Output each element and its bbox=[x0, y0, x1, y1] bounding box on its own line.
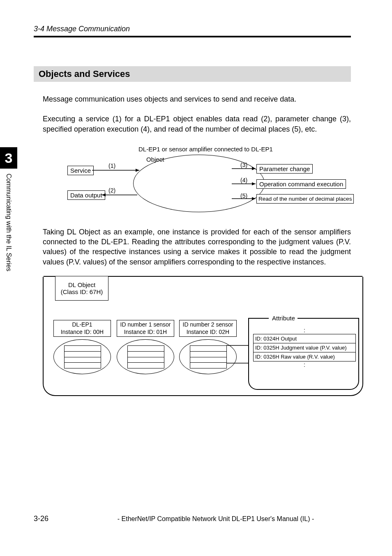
operation-command-box: Operation command execution bbox=[256, 179, 346, 189]
running-header: 3-4 Message Communication bbox=[34, 25, 359, 33]
attribute-list: : ID: 0324H Output ID: 0325H Judgment va… bbox=[253, 327, 356, 369]
instance-00h-name: DL-EP1 bbox=[54, 321, 111, 329]
read-decimal-box: Read of the number of decimal places bbox=[256, 194, 354, 204]
diagram-dl-object: DL Object (Class ID: 67H) DL-EP1 Instanc… bbox=[43, 277, 363, 396]
attr-row-raw: ID: 0326H Raw value (R.V. value) bbox=[253, 352, 356, 361]
class-border-left bbox=[44, 276, 55, 277]
parameter-change-box: Parameter change bbox=[256, 164, 313, 174]
instance-01h-id: Instance ID: 01H bbox=[117, 329, 174, 336]
instance-01h-name: ID number 1 sensor bbox=[117, 321, 174, 329]
instance-02h-name: ID number 2 sensor bbox=[180, 321, 236, 329]
attribute-dots-top: : bbox=[253, 327, 356, 334]
diagram1-caption: DL-EP1 or sensor amplifier connected to … bbox=[138, 146, 273, 153]
instance-00h-id: Instance ID: 00H bbox=[54, 329, 111, 336]
page: 3-4 Message Communication 3 Communicatin… bbox=[0, 0, 392, 556]
attribute-title: Attribute bbox=[270, 315, 297, 322]
marker-3: (3) bbox=[240, 162, 247, 168]
chapter-title-vertical: Communicating with the IL Series bbox=[0, 169, 12, 271]
subsection-heading: Objects and Services bbox=[34, 66, 351, 82]
paragraph-1: Message communication uses objects and s… bbox=[43, 94, 351, 104]
data-output-box: Data output bbox=[67, 190, 105, 200]
attr-row-judgment: ID: 0325H Judgment value (P.V. value) bbox=[253, 343, 356, 352]
class-name: DL Object bbox=[55, 281, 108, 288]
paragraph-3: Taking DL Object as an example, one inst… bbox=[43, 227, 351, 267]
instance-00h-title: DL-EP1 Instance ID: 00H bbox=[53, 320, 111, 337]
marker-5: (5) bbox=[240, 192, 247, 199]
class-border-right bbox=[108, 276, 362, 277]
attr-row-output: ID: 0324H Output bbox=[253, 334, 356, 343]
instance-02h-table bbox=[190, 346, 227, 368]
page-number: 3-26 bbox=[34, 514, 48, 523]
dl-object-class-box: DL Object (Class ID: 67H) bbox=[55, 276, 108, 301]
attribute-panel: Attribute : ID: 0324H Output ID: 0325H J… bbox=[248, 318, 359, 390]
instance-01h: ID number 1 sensor Instance ID: 01H bbox=[117, 320, 174, 374]
diagram-object-services: DL-EP1 or sensor amplifier connected to … bbox=[67, 142, 363, 220]
class-id: (Class ID: 67H) bbox=[55, 288, 108, 295]
attribute-dots-bottom: : bbox=[253, 361, 356, 369]
instance-00h: DL-EP1 Instance ID: 00H bbox=[53, 320, 111, 374]
instance-01h-table bbox=[127, 346, 164, 368]
instance-02h: ID number 2 sensor Instance ID: 02H bbox=[179, 320, 237, 374]
instance-01h-oval bbox=[117, 339, 174, 374]
marker-2: (2) bbox=[108, 187, 115, 194]
instance-02h-oval bbox=[179, 339, 237, 374]
instance-00h-table bbox=[64, 346, 101, 368]
instance-02h-id: Instance ID: 02H bbox=[180, 329, 236, 336]
object-label: Object bbox=[146, 156, 164, 163]
attr-border-left bbox=[249, 318, 269, 319]
attr-border-right bbox=[297, 318, 358, 319]
instance-00h-oval bbox=[53, 339, 111, 374]
service-box: Service bbox=[67, 166, 94, 175]
marker-4: (4) bbox=[240, 177, 247, 183]
side-tab: 3 Communicating with the IL Series bbox=[0, 147, 17, 271]
instance-01h-title: ID number 1 sensor Instance ID: 01H bbox=[117, 320, 174, 337]
page-footer: 3-26 - EtherNet/IP Compatible Network Un… bbox=[34, 514, 362, 523]
paragraph-2: Executing a service (1) for a DL-EP1 obj… bbox=[43, 114, 351, 134]
instance-02h-title: ID number 2 sensor Instance ID: 02H bbox=[179, 320, 237, 337]
chapter-number-tab: 3 bbox=[0, 147, 17, 169]
marker-1: (1) bbox=[108, 162, 115, 169]
header-rule bbox=[34, 36, 351, 37]
footer-title: - EtherNet/IP Compatible Network Unit DL… bbox=[69, 515, 362, 523]
